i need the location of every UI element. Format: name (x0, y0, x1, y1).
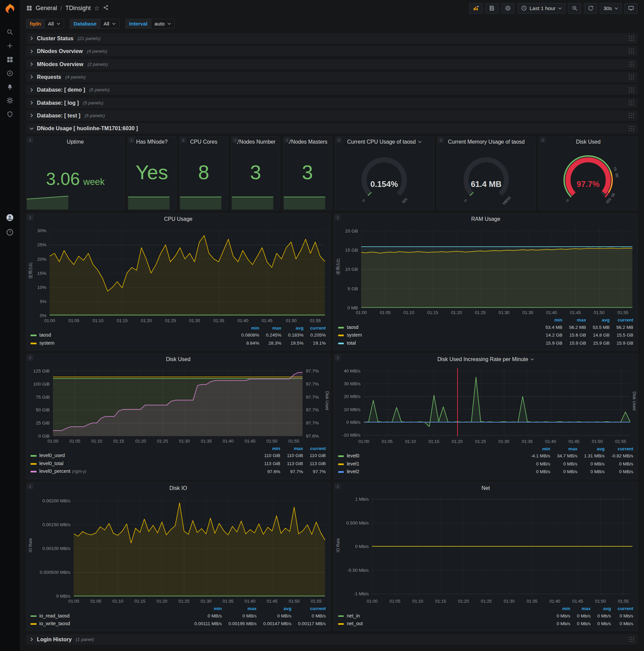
panel-info-icon[interactable]: i (181, 137, 186, 143)
chart-plot[interactable]: 40 MB/s30 MB/s20 MB/s10 MB/s0 MB/s-10 MB… (364, 368, 630, 436)
star-dashboard-button[interactable]: ☆ (94, 5, 100, 12)
share-dashboard-button[interactable] (103, 5, 109, 12)
refresh-button[interactable] (584, 3, 598, 14)
row-drag-handle[interactable] (628, 35, 635, 41)
variable-value-dropdown[interactable]: All (100, 19, 120, 29)
sidebar-item-help[interactable]: ? (0, 228, 20, 238)
panel-title[interactable]: CPU Cores (180, 136, 228, 147)
panel-title[interactable]: VNodes Number (231, 136, 280, 147)
row-drag-handle[interactable] (628, 74, 635, 80)
add-panel-button[interactable] (469, 3, 483, 14)
panel-info-icon[interactable]: i (128, 137, 134, 143)
legend-series-name[interactable]: net_in (347, 613, 360, 618)
breadcrumb-section[interactable]: General (36, 5, 57, 12)
panel-info-icon[interactable]: i (540, 137, 546, 143)
breadcrumb-title[interactable]: TDinsight (65, 5, 91, 12)
sidebar-item-configuration[interactable] (0, 95, 20, 108)
panel-title[interactable]: RAM Usage (334, 214, 638, 224)
chart-plot[interactable]: 20 GB15 GB10 GB5 GB0 MB01:0001:0501:1001… (361, 228, 632, 308)
variable-interval[interactable]: Intervalauto (125, 19, 175, 29)
row-drag-handle[interactable] (628, 125, 635, 132)
dashboard-row-login-history[interactable]: Login History(1 panel) (26, 634, 638, 645)
panel-title[interactable]: Disk Used Increasing Rate per Minute (334, 354, 638, 365)
panel-info-icon[interactable]: i (27, 214, 33, 220)
dashboard-settings-button[interactable] (501, 3, 515, 14)
dashboard-row-database-demo[interactable]: Database: [ demo ](5 panels) (26, 85, 638, 95)
panel-title[interactable]: Current CPU Usage of taosd (335, 136, 433, 147)
panel-title[interactable]: Disk Used (27, 354, 330, 365)
row-drag-handle[interactable] (628, 87, 635, 93)
row-drag-handle[interactable] (628, 636, 635, 643)
row-drag-handle[interactable] (628, 48, 635, 54)
sidebar-item-profile[interactable] (0, 213, 20, 223)
dashboard-row-database-test[interactable]: Database: [ test ](5 panels) (26, 111, 638, 121)
dashboard-row-cluster-status[interactable]: Cluster Status(21 panels) (26, 33, 638, 43)
legend-row: level0_total113 GiB113 GiB113 GiB (31, 460, 326, 468)
sidebar-item-server-admin[interactable] (0, 108, 20, 122)
chart-plot[interactable]: 125 GiB97.7%100 GiB97.7%75 GiB97.7%50 Gi… (53, 368, 302, 436)
legend-series-name[interactable]: level0_percent (39, 468, 70, 474)
x-axis-tick: 01:35 (526, 599, 537, 604)
sidebar-item-dashboards[interactable] (0, 54, 20, 67)
variable-fqdn[interactable]: fqdnAll (26, 19, 64, 29)
variable-value-dropdown[interactable]: All (44, 19, 64, 29)
dashboard-row-mnodes-overview[interactable]: MNodes Overview(2 panels) (26, 59, 638, 69)
row-drag-handle[interactable] (628, 61, 635, 67)
panel-info-icon[interactable]: i (27, 355, 33, 361)
panel-info-icon[interactable]: i (335, 214, 341, 220)
chart-plot[interactable]: 30%25%20%15%10%5%0%01:0001:0501:1001:150… (50, 228, 325, 315)
chart-plot[interactable]: 1 Mb/s0.500 Mb/s0 Mb/s-0.50 Mb/s-1 Mb/s0… (372, 497, 632, 596)
variable-value-dropdown[interactable]: auto (151, 19, 175, 29)
legend-value: 28.3% (259, 339, 282, 347)
panel-info-icon[interactable]: i (284, 137, 290, 143)
legend-series-name[interactable]: taosd (39, 332, 51, 338)
panel-title[interactable]: Net (334, 483, 638, 493)
row-drag-handle[interactable] (628, 113, 635, 119)
row-drag-handle[interactable] (628, 100, 635, 106)
panel-info-icon[interactable]: i (27, 137, 33, 143)
variable-database[interactable]: DatabaseAll (70, 19, 120, 29)
legend-series-name[interactable]: level0 (347, 453, 359, 458)
legend-series-name[interactable]: net_out (347, 621, 362, 626)
panel-info-icon[interactable]: i (438, 137, 444, 143)
dashboard-row-requests[interactable]: Requests(4 panels) (26, 72, 638, 82)
legend-series-name[interactable]: level1 (347, 461, 359, 466)
panel-info-icon[interactable]: i (336, 137, 342, 143)
panel-title[interactable]: Uptime (27, 136, 124, 147)
panel-title[interactable]: Disk Used (539, 136, 637, 147)
panel-title[interactable]: Disk IO (27, 483, 330, 493)
legend-series-name[interactable]: io_write_taosd (39, 621, 70, 626)
save-dashboard-button[interactable] (485, 3, 498, 14)
legend-series-name[interactable]: system (347, 332, 362, 338)
y-axis-tick: 10 MB/s (344, 407, 361, 412)
panel-info-icon[interactable]: i (335, 355, 341, 361)
time-range-picker[interactable]: Last 1 hour (517, 3, 566, 14)
sidebar-item-explore[interactable] (0, 67, 20, 81)
chart-plot[interactable]: 0.00200 MB/s0.00150 MB/s0.00100 MB/s0.00… (74, 497, 325, 596)
legend-series-name[interactable]: system (39, 340, 54, 346)
panel-title[interactable]: Current Memory Usage of taosd (437, 136, 535, 147)
legend-series-name[interactable]: level0_total (39, 461, 63, 466)
grafana-logo-icon[interactable] (4, 3, 16, 16)
sidebar-item-search[interactable] (0, 26, 20, 40)
dashboard-row-dnodes-overview[interactable]: DNodes Overview(4 panels) (26, 46, 638, 56)
panel-info-icon[interactable]: i (335, 484, 341, 489)
legend-series-name[interactable]: level0_used (39, 453, 65, 458)
zoom-out-button[interactable] (568, 3, 581, 14)
cycle-view-button[interactable] (624, 3, 638, 14)
legend-series-name[interactable]: taosd (347, 324, 359, 330)
panel-title[interactable]: VNodes Masters (283, 136, 332, 147)
legend-series-name[interactable]: io_read_taosd (39, 613, 69, 618)
panel-info-icon[interactable]: i (232, 137, 238, 143)
legend-series-name[interactable]: level2 (347, 469, 359, 474)
legend-series-name[interactable]: total (347, 340, 356, 346)
panel-info-icon[interactable]: i (27, 484, 33, 489)
panel-title[interactable]: CPU Usage (27, 214, 330, 224)
variable-value-text: All (104, 21, 109, 27)
sidebar-item-create[interactable] (0, 40, 20, 54)
dashboard-row-dnode-usage-huolinhe-tm1701-6030[interactable]: DNode Usage [ huolinhe-TM1701:6030 ] (26, 123, 638, 133)
refresh-interval-picker[interactable]: 30s (600, 3, 621, 14)
sidebar-item-alerting[interactable] (0, 81, 20, 95)
dashboard-row-database-log[interactable]: Database: [ log ](5 panels) (26, 98, 638, 108)
panel-title[interactable]: Has MNode? (128, 136, 176, 147)
